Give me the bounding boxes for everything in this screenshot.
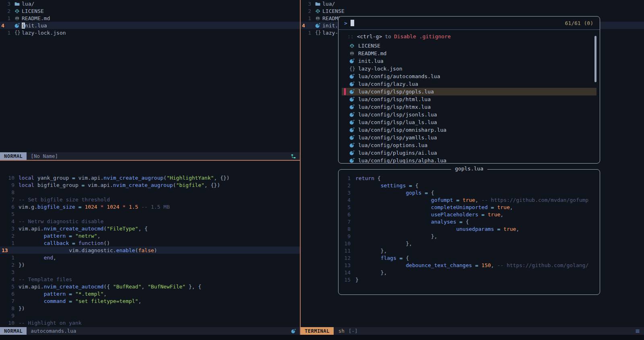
fzf-prompt-row[interactable]: > 61/61 (0) [339,17,600,30]
line-number: 7 [0,298,19,304]
line-number: 4 [0,218,19,224]
code-text: }, [355,240,412,247]
fzf-result-item[interactable]: lua/config/lsp/omnisharp.lua [342,126,597,134]
code-token: = [409,182,412,189]
code-line[interactable]: 12 flags = { [339,254,599,261]
fzf-result-item[interactable]: lua/config/autocomands.lua [342,73,597,80]
fzf-result-item[interactable]: lua/config/lsp/lua_ls.lua [342,118,597,126]
fzf-result-item[interactable]: lua/config/lsp/html.lua [342,95,597,103]
code-text: }, [355,233,438,239]
code-token: "HighlightYank" [167,175,214,181]
code-line[interactable]: 13 debounce_text_changes = 150, -- https… [339,261,599,269]
code-token [72,298,75,304]
left-explorer-list: 3lua/2LICENSE1README.md4init.lua1{}lazy-… [0,0,300,36]
code-token: debounce_text_changes [406,262,472,268]
fzf-result-item[interactable]: lua/config/lsp/jsonls.lua [342,111,597,118]
code-text: local bigfile_group = vim.api.nvim_creat… [19,182,220,188]
line-number: 6 [0,204,19,210]
code-line[interactable]: 3 gopls = { [339,189,599,196]
selection-marker-icon [344,126,346,133]
code-line[interactable]: 10-- Highlight on yank [0,319,300,326]
fzf-scrollbar[interactable] [594,36,597,82]
command-line[interactable] [0,335,644,340]
code-token [19,233,44,239]
code-line[interactable]: 4-- Template files [0,276,300,283]
fzf-result-item[interactable]: lua/config/lsp/yamlls.lua [342,134,597,141]
code-line[interactable]: 6 usePlaceholders = true, [339,211,599,218]
code-line[interactable]: 6 pattern = "*.templ", [0,290,300,297]
code-line[interactable]: 5 [0,210,300,218]
code-line[interactable]: 2 settings = { [339,182,599,189]
code-line[interactable]: 6vim.g.bigfile_size = 1024 * 1024 * 1.5 … [0,203,300,210]
code-line[interactable]: 5vim.api.nvim_create_autocmd({ "BufRead"… [0,283,300,290]
code-line[interactable]: 8 [0,189,300,196]
explorer-item[interactable]: 1{}lazy-lock.json [0,29,300,36]
code-token: nvim_create_autocmd [44,284,104,290]
code-text: command = "set filetype=templ", [19,298,141,304]
lua-icon [349,104,355,110]
code-line[interactable]: 5 completeUnimported = true, [339,203,599,211]
file-name: lua/config/lsp/omnisharp.lua [358,127,446,133]
preview-title: gopls.lua [451,166,487,172]
selection-marker-icon [344,73,346,80]
code-token [355,226,456,232]
lua-icon [349,127,355,133]
code-line[interactable]: 1return { [339,174,599,182]
code-token: 1024 [107,204,119,210]
code-line[interactable]: 8}) [0,305,300,312]
code-line[interactable]: 7 command = "set filetype=templ", [0,297,300,305]
code-line[interactable]: 1 end, [0,254,300,261]
explorer-item[interactable]: 3lua/ [301,0,644,7]
fzf-result-item[interactable]: README.md [342,50,597,57]
code-line[interactable]: 11 }, [339,247,599,254]
code-token: * [122,204,126,210]
code-line[interactable]: 2 pattern = "netrw", [0,232,300,239]
fzf-result-item[interactable]: init.lua [342,57,597,65]
code-line[interactable]: 10local yank_group = vim.api.nvim_create… [0,174,300,181]
fzf-result-item[interactable]: {}lazy-lock.json [342,65,597,73]
fzf-result-item[interactable]: lua/config/plugins/ai.lua [342,149,597,157]
code-token: "BufNewFile" [148,284,186,290]
code-token: = [481,211,485,218]
file-name: README.md [22,15,50,21]
explorer-item[interactable]: 2LICENSE [0,7,300,15]
code-line[interactable]: 10 }, [339,240,599,247]
code-line[interactable]: 4 gofumpt = true, -- https://github.com/… [339,196,599,203]
fzf-result-item[interactable]: lua/config/lsp/htmx.lua [342,103,597,111]
code-token: flags [381,255,396,261]
code-token: , [516,226,519,232]
code-line[interactable]: 15} [339,276,599,283]
code-line[interactable]: 7-- Set bigfile size threshold [0,196,300,203]
fzf-header-prefix: :: [347,33,354,39]
code-line[interactable]: 8 unusedparams = true, [339,225,599,232]
file-name: LICENSE [22,8,44,14]
fzf-result-item[interactable]: lua/config/options.lua [342,141,597,149]
code-line[interactable]: 2}) [0,261,300,268]
code-token: nvim_create_augroup [103,175,163,181]
code-token: = [459,219,462,225]
code-line[interactable]: 1 callback = function() [0,239,300,247]
fzf-result-item[interactable]: lua/config/plugins/alpha.lua [342,157,597,164]
fzf-result-item[interactable]: lua/config/lsp/gopls.lua [342,88,597,95]
lua-icon [349,58,355,64]
code-line[interactable]: 13 vim.diagnostic.enable(false) [0,247,300,254]
code-line[interactable]: 4-- Netrw diagnostic disable [0,218,300,225]
code-line[interactable]: 7 analyses = { [339,218,599,225]
explorer-item[interactable]: 4init.lua [0,22,300,29]
code-line[interactable]: 3 [0,268,300,276]
explorer-item[interactable]: 2LICENSE [301,7,644,15]
code-token: nvim_create_autocmd [44,226,104,232]
lua-icon [349,120,355,125]
fzf-result-item[interactable]: LICENSE [342,42,597,50]
code-line[interactable]: 14 }, [339,269,599,276]
code-line[interactable]: 9local bigfile_group = vim.api.nvim_crea… [0,181,300,189]
file-name: lua/config/lsp/html.lua [358,96,431,102]
selection-marker-icon [344,96,346,103]
code-text: gofumpt = true, -- https://github.com/mv… [355,197,588,203]
code-line[interactable]: 9 [0,312,300,319]
fzf-result-item[interactable]: lua/config/lazy.lua [342,80,597,88]
code-line[interactable]: 9 }, [339,232,599,240]
code-line[interactable]: 3vim.api.nvim_create_autocmd("FileType",… [0,225,300,232]
explorer-item[interactable]: 3lua/ [0,0,300,7]
explorer-item[interactable]: 1README.md [0,15,300,22]
